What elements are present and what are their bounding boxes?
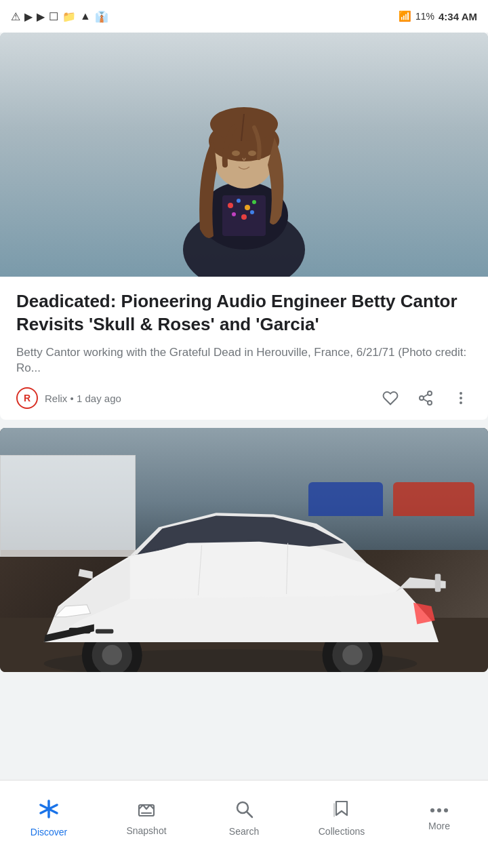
folder-icon: 📁 bbox=[62, 10, 76, 23]
svg-point-5 bbox=[245, 205, 250, 210]
clock: 4:34 AM bbox=[439, 11, 477, 22]
nav-item-search[interactable]: Search bbox=[195, 792, 293, 844]
youtube-icon: ▶ bbox=[24, 10, 33, 23]
more-label: More bbox=[428, 821, 450, 831]
asterisk-icon bbox=[38, 798, 60, 820]
snapshot-label: Snapshot bbox=[126, 825, 166, 836]
wifi-icon: 📶 bbox=[399, 10, 411, 22]
article-excerpt-1: Betty Cantor working with the Grateful D… bbox=[16, 344, 472, 377]
svg-point-21 bbox=[460, 392, 462, 395]
article-card-2[interactable] bbox=[0, 428, 488, 672]
svg-point-15 bbox=[248, 151, 256, 156]
svg-rect-34 bbox=[69, 628, 91, 633]
status-bar: ⚠ ▶ ▶ ☐ 📁 ▲ 👔 📶 11% 4:34 AM bbox=[0, 0, 488, 33]
battery-indicator: 11% bbox=[415, 11, 434, 22]
source-name-1: Relix • 1 day ago bbox=[45, 393, 121, 404]
svg-point-16 bbox=[428, 391, 432, 395]
article-image-2 bbox=[0, 428, 488, 672]
status-right-icons: 📶 11% 4:34 AM bbox=[399, 10, 477, 22]
article-meta-1: R Relix • 1 day ago bbox=[16, 387, 472, 409]
svg-rect-35 bbox=[96, 629, 113, 633]
content-area: Deadicated: Pioneering Audio Engineer Be… bbox=[0, 33, 488, 775]
svg-point-3 bbox=[228, 203, 233, 208]
svg-point-27 bbox=[102, 645, 122, 665]
collections-svg-icon bbox=[332, 799, 351, 819]
svg-point-14 bbox=[232, 151, 240, 156]
svg-point-17 bbox=[420, 396, 424, 400]
article-source-1: R Relix • 1 day ago bbox=[16, 387, 121, 409]
woman-illustration bbox=[149, 33, 339, 277]
nav-item-snapshot[interactable]: Snapshot bbox=[98, 793, 195, 843]
nav-item-collections[interactable]: Collections bbox=[293, 792, 390, 844]
svg-point-44 bbox=[437, 808, 441, 812]
snapshot-icon bbox=[136, 800, 157, 821]
more-dots-icon bbox=[429, 807, 449, 814]
search-svg-icon bbox=[234, 799, 254, 819]
svg-point-18 bbox=[428, 401, 432, 405]
more-button-1[interactable] bbox=[450, 387, 472, 409]
svg-point-22 bbox=[460, 397, 462, 399]
svg-point-43 bbox=[430, 808, 434, 812]
svg-point-23 bbox=[460, 401, 462, 404]
svg-point-9 bbox=[250, 210, 254, 214]
warning-icon: ▲ bbox=[80, 10, 91, 22]
youtube2-icon: ▶ bbox=[37, 10, 45, 23]
article-title-1: Deadicated: Pioneering Audio Engineer Be… bbox=[16, 290, 472, 336]
bag-icon: 👔 bbox=[95, 10, 108, 23]
article-image-1 bbox=[0, 33, 488, 277]
search-icon bbox=[234, 799, 254, 822]
nav-item-more[interactable]: More bbox=[390, 797, 488, 838]
heart-icon bbox=[382, 390, 399, 406]
more-icon bbox=[429, 804, 449, 816]
app-icon: ☐ bbox=[49, 10, 58, 23]
svg-line-20 bbox=[424, 395, 428, 397]
article-actions-1 bbox=[380, 387, 472, 409]
nav-item-discover[interactable]: Discover bbox=[0, 791, 98, 844]
share-icon bbox=[418, 390, 434, 406]
svg-point-7 bbox=[232, 212, 236, 216]
svg-point-8 bbox=[241, 214, 247, 220]
snapshot-svg-icon bbox=[136, 800, 157, 818]
article-body-1: Deadicated: Pioneering Audio Engineer Be… bbox=[0, 277, 488, 420]
like-button-1[interactable] bbox=[380, 387, 401, 409]
svg-point-45 bbox=[444, 808, 448, 812]
svg-point-4 bbox=[237, 199, 241, 203]
more-vertical-icon bbox=[453, 390, 469, 406]
car-illustration bbox=[0, 462, 474, 672]
bottom-navigation: Discover Snapshot Search bbox=[0, 780, 488, 868]
collections-icon bbox=[332, 799, 351, 822]
article-card-1[interactable]: Deadicated: Pioneering Audio Engineer Be… bbox=[0, 33, 488, 420]
source-icon-1: R bbox=[16, 387, 38, 409]
status-left-icons: ⚠ ▶ ▶ ☐ 📁 ▲ 👔 bbox=[11, 10, 108, 23]
svg-point-13 bbox=[210, 107, 278, 141]
discover-label: Discover bbox=[30, 827, 67, 837]
svg-point-6 bbox=[252, 200, 256, 204]
notification-icon: ⚠ bbox=[11, 10, 20, 23]
share-button-1[interactable] bbox=[415, 387, 436, 409]
collections-label: Collections bbox=[319, 826, 365, 837]
discover-icon bbox=[38, 798, 60, 823]
svg-line-42 bbox=[247, 812, 252, 817]
svg-point-30 bbox=[342, 645, 363, 665]
search-label: Search bbox=[229, 826, 259, 837]
svg-line-19 bbox=[424, 399, 428, 402]
svg-rect-33 bbox=[435, 574, 441, 591]
